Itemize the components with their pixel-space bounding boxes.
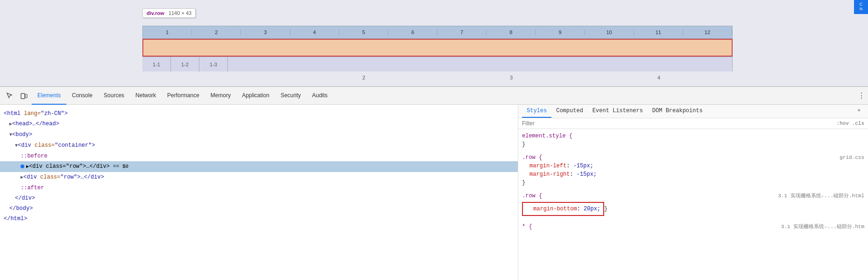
ruler: 123456789101112 [142, 26, 733, 39]
devtools-tabs-container: ElementsConsoleSourcesNetworkPerformance… [32, 87, 333, 105]
svg-rect-0 [21, 93, 25, 99]
sub-column: 1-1 [142, 57, 171, 72]
ruler-number: 11 [634, 29, 683, 35]
grid-number: 3 [438, 73, 585, 82]
css-property: margin-bottom [526, 206, 577, 212]
sub-column: 1-2 [171, 57, 199, 72]
css-selector: element.style { [522, 133, 572, 139]
ruler-number: 4 [290, 29, 339, 35]
dom-line[interactable]: <html lang="zh-CN"> [0, 108, 518, 119]
grid-number: 4 [585, 73, 733, 82]
devtools-tab-elements[interactable]: Elements [32, 87, 66, 105]
css-source[interactable]: grid.css [840, 153, 864, 162]
sub-column-fill [228, 57, 733, 72]
css-value: -15px; [577, 171, 597, 178]
css-rule-block: 3.1 实现栅格系统-...础部分.htm* { [522, 223, 864, 231]
styles-tab-event-listeners[interactable]: Event Listeners [588, 105, 648, 118]
ruler-number: 1 [143, 29, 192, 35]
css-close-brace: } [604, 206, 607, 212]
filter-bar: :hov .cls [518, 118, 868, 129]
ruler-number: 10 [585, 29, 634, 35]
corner-button[interactable]: CN [854, 0, 868, 14]
dom-line[interactable]: ▶<div class="row">…</div> == $0 [0, 161, 518, 172]
sub-columns-row: 1-11-21-3 [142, 57, 733, 72]
css-colon: : [577, 206, 584, 212]
css-value: -15px; [573, 163, 593, 169]
styles-content: element.style {}grid.css.row {margin-lef… [518, 129, 868, 238]
devtools-tab-audits[interactable]: Audits [306, 87, 333, 105]
grid-preview: 123456789101112 1-11-21-3 234 [142, 26, 733, 81]
ruler-number: 12 [683, 29, 732, 35]
devtools-content: <html lang="zh-CN">▶<head>…</head>▼<body… [0, 105, 868, 280]
css-colon: : [566, 163, 573, 169]
devtools-panel: ElementsConsoleSourcesNetworkPerformance… [0, 86, 868, 280]
ruler-number: 3 [241, 29, 290, 35]
tooltip-dimensions: 1140 × 43 [169, 10, 191, 16]
css-rule-block: grid.css.row {margin-left: -15px;margin-… [522, 153, 864, 187]
ruler-number: 9 [536, 29, 585, 35]
ruler-number: 2 [192, 29, 241, 35]
sub-column: 1-3 [199, 57, 228, 72]
css-selector: .row { [522, 193, 542, 199]
devtools-tab-console[interactable]: Console [66, 87, 98, 105]
dom-line[interactable]: </div> [0, 193, 518, 203]
styles-panel: StylesComputedEvent ListenersDOM Breakpo… [518, 105, 868, 280]
inspect-element-icon[interactable] [4, 90, 16, 102]
devtools-tab-sources[interactable]: Sources [98, 87, 130, 105]
dom-line[interactable]: ::after [0, 183, 518, 193]
ruler-number: 8 [487, 29, 536, 35]
grid-number: 2 [290, 73, 438, 82]
css-close-brace: } [522, 179, 525, 186]
element-tooltip: div.row 1140 × 43 [142, 8, 196, 18]
styles-tab-computed[interactable]: Computed [551, 105, 588, 118]
dom-line[interactable]: </html> [0, 214, 518, 224]
svg-rect-1 [25, 94, 27, 98]
css-property: margin-right [522, 171, 570, 178]
devtools-tab-network[interactable]: Network [130, 87, 162, 105]
styles-tab-styles[interactable]: Styles [522, 105, 551, 118]
grid-numbers: 234 [142, 73, 733, 82]
tooltip-element: div.row [147, 10, 164, 16]
css-colon: : [570, 171, 576, 178]
css-selector: .row { [522, 154, 542, 161]
filter-input[interactable] [522, 120, 837, 127]
devtools-tab-memory[interactable]: Memory [205, 87, 236, 105]
css-property: margin-left [522, 163, 566, 169]
dom-line[interactable]: ▶<div class="row">…</div> [0, 172, 518, 183]
dom-line[interactable]: ▶<head>…</head> [0, 119, 518, 129]
grid-row-highlight [142, 39, 733, 57]
css-close-brace: } [522, 141, 525, 148]
css-source[interactable]: 3.1 实现栅格系统-...础部分.html [778, 192, 864, 200]
devtools-tab-bar: ElementsConsoleSourcesNetworkPerformance… [0, 87, 868, 105]
devtools-tab-application[interactable]: Application [236, 87, 275, 105]
dom-line[interactable]: ::before [0, 151, 518, 161]
css-highlighted-property: margin-bottom: 20px; [522, 202, 604, 216]
ruler-number: 7 [438, 29, 487, 35]
css-rule-block: 3.1 实现栅格系统-...础部分.html.row {margin-botto… [522, 192, 864, 218]
dom-line[interactable]: </body> [0, 203, 518, 214]
styles-sub-tabs: StylesComputedEvent ListenersDOM Breakpo… [518, 105, 868, 118]
css-value: 20px; [584, 206, 600, 212]
ruler-number: 5 [339, 29, 388, 35]
css-rule-block: element.style {} [522, 132, 864, 149]
dom-line[interactable]: ▼<div class="container"> [0, 140, 518, 151]
dom-panel: <html lang="zh-CN">▶<head>…</head>▼<body… [0, 105, 518, 280]
filter-hints: :hov .cls [837, 121, 864, 126]
dom-line[interactable]: ▼<body> [0, 129, 518, 140]
css-source[interactable]: 3.1 实现栅格系统-...础部分.htm [781, 223, 864, 231]
styles-tab-dom-breakpoints[interactable]: DOM Breakpoints [648, 105, 707, 118]
css-selector: * { [522, 223, 532, 230]
ruler-number: 6 [388, 29, 438, 35]
devtools-tab-performance[interactable]: Performance [162, 87, 205, 105]
preview-area: div.row 1140 × 43 123456789101112 1-11-2… [0, 0, 868, 86]
devtools-menu-button[interactable]: ⋮ [855, 89, 868, 102]
device-toggle-icon[interactable] [18, 90, 30, 102]
devtools-tab-security[interactable]: Security [275, 87, 306, 105]
styles-tabs-overflow[interactable]: » [854, 105, 864, 118]
